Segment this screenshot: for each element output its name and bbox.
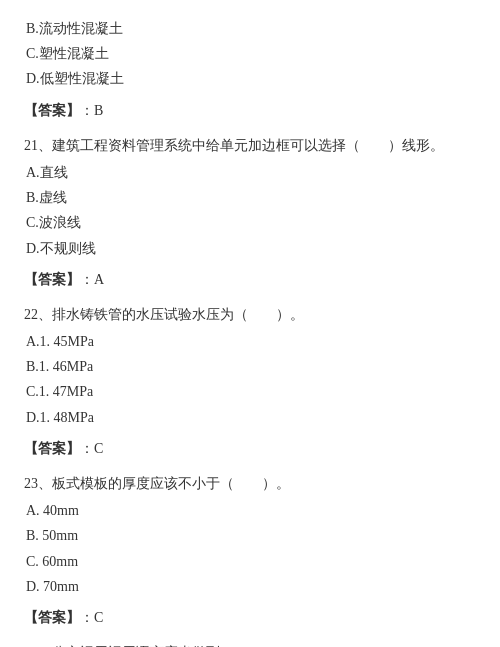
option-d: D.低塑性混凝土: [26, 66, 476, 91]
option-c: C.塑性混凝土: [26, 41, 476, 66]
q23-option-c: C. 60mm: [26, 549, 476, 574]
question-21-text: 21、建筑工程资料管理系统中给单元加边框可以选择（ ）线形。: [24, 133, 476, 158]
question-21: 21、建筑工程资料管理系统中给单元加边框可以选择（ ）线形。 A.直线 B.虚线…: [24, 133, 476, 261]
q22-option-d: D.1. 48MPa: [26, 405, 476, 430]
answer-q23: 【答案】：C: [24, 605, 476, 630]
q22-option-a: A.1. 45MPa: [26, 329, 476, 354]
q23-option-a: A. 40mm: [26, 498, 476, 523]
answer-q21: 【答案】：A: [24, 267, 476, 292]
q21-option-d: D.不规则线: [26, 236, 476, 261]
question-23-text: 23、板式模板的厚度应该不小于（ ）。: [24, 471, 476, 496]
question-22-text: 22、排水铸铁管的水压试验水压为（ ）。: [24, 302, 476, 327]
q22-option-b: B.1. 46MPa: [26, 354, 476, 379]
q21-option-a: A.直线: [26, 160, 476, 185]
q22-option-c: C.1. 47MPa: [26, 379, 476, 404]
question-24-text: 24、公文运用运用语言应当做到（ ）: [24, 640, 476, 647]
question-22: 22、排水铸铁管的水压试验水压为（ ）。 A.1. 45MPa B.1. 46M…: [24, 302, 476, 430]
q21-option-b: B.虚线: [26, 185, 476, 210]
q20-remaining-options: B.流动性混凝土 C.塑性混凝土 D.低塑性混凝土: [24, 16, 476, 92]
question-23: 23、板式模板的厚度应该不小于（ ）。 A. 40mm B. 50mm C. 6…: [24, 471, 476, 599]
q23-option-b: B. 50mm: [26, 523, 476, 548]
answer-q22: 【答案】：C: [24, 436, 476, 461]
question-24: 24、公文运用运用语言应当做到（ ） A.活泼、生动、准确、简明 B.委婉、动情…: [24, 640, 476, 647]
q21-option-c: C.波浪线: [26, 210, 476, 235]
answer-q20: 【答案】：B: [24, 98, 476, 123]
option-b: B.流动性混凝土: [26, 16, 476, 41]
q23-option-d: D. 70mm: [26, 574, 476, 599]
